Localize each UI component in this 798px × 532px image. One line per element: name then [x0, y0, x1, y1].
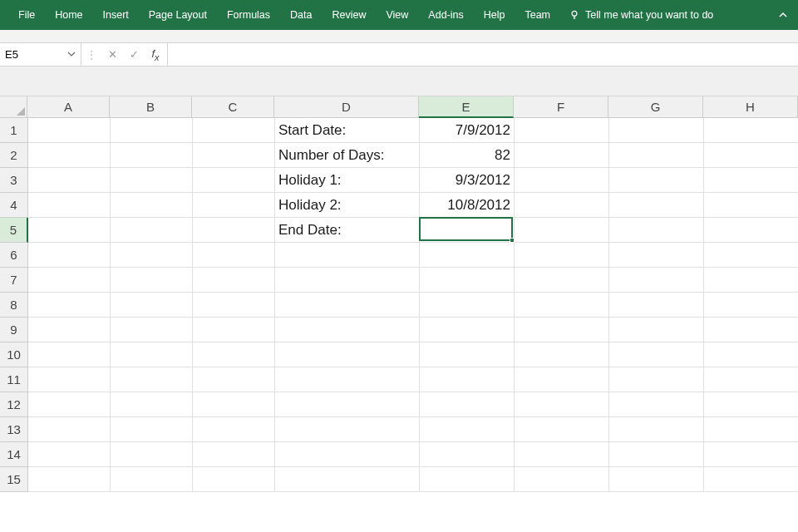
column-header-F[interactable]: F — [514, 96, 608, 118]
cell-F13[interactable] — [515, 417, 609, 442]
name-box[interactable] — [0, 43, 81, 66]
cell-B9[interactable] — [111, 318, 193, 342]
cell-D14[interactable] — [275, 442, 420, 467]
cell-B6[interactable] — [111, 243, 193, 268]
cell-D3[interactable]: Holiday 1: — [275, 168, 420, 193]
cell-A8[interactable] — [28, 293, 111, 318]
cell-C10[interactable] — [193, 342, 275, 367]
cell-D5[interactable]: End Date: — [275, 218, 420, 243]
cell-G3[interactable] — [609, 168, 704, 193]
cell-B15[interactable] — [111, 467, 193, 492]
cell-B13[interactable] — [111, 417, 193, 442]
cell-C2[interactable] — [193, 143, 275, 168]
cell-G8[interactable] — [609, 293, 704, 318]
cell-H1[interactable] — [704, 118, 798, 143]
cell-B12[interactable] — [111, 392, 193, 417]
cell-B10[interactable] — [111, 342, 193, 367]
cell-D12[interactable] — [275, 392, 420, 417]
cell-E7[interactable] — [420, 268, 515, 293]
tab-formulas[interactable]: Formulas — [217, 0, 280, 30]
cell-C11[interactable] — [193, 367, 275, 392]
column-header-H[interactable]: H — [703, 96, 798, 118]
column-header-C[interactable]: C — [192, 96, 274, 118]
cell-H6[interactable] — [704, 243, 798, 268]
cell-A3[interactable] — [28, 168, 111, 193]
cell-D10[interactable] — [275, 342, 420, 367]
cell-E8[interactable] — [420, 293, 515, 318]
cell-A14[interactable] — [28, 442, 111, 467]
cell-D7[interactable] — [275, 268, 420, 293]
cell-G1[interactable] — [609, 118, 704, 143]
row-header-14[interactable]: 14 — [0, 442, 28, 467]
cell-H10[interactable] — [704, 342, 798, 367]
cell-C15[interactable] — [193, 467, 275, 492]
cell-C5[interactable] — [193, 218, 275, 243]
cell-H5[interactable] — [704, 218, 798, 243]
cell-B4[interactable] — [111, 193, 193, 218]
cell-F6[interactable] — [515, 243, 609, 268]
row-header-6[interactable]: 6 — [0, 243, 28, 268]
insert-function-button[interactable]: fx — [149, 47, 162, 62]
cell-A5[interactable] — [28, 218, 111, 243]
cancel-formula-button[interactable]: ✕ — [106, 48, 119, 61]
cell-E5[interactable] — [420, 218, 515, 243]
select-all-corner[interactable] — [0, 96, 27, 118]
cell-E13[interactable] — [420, 417, 515, 442]
cell-F8[interactable] — [515, 293, 609, 318]
cell-F12[interactable] — [515, 392, 609, 417]
cell-H12[interactable] — [704, 392, 798, 417]
tab-review[interactable]: Review — [322, 0, 376, 30]
cell-F1[interactable] — [515, 118, 609, 143]
cell-C7[interactable] — [193, 268, 275, 293]
cell-B11[interactable] — [111, 367, 193, 392]
cell-B3[interactable] — [111, 168, 193, 193]
cell-A15[interactable] — [28, 467, 111, 492]
cell-H4[interactable] — [704, 193, 798, 218]
row-header-1[interactable]: 1 — [0, 118, 28, 143]
tab-addins[interactable]: Add-ins — [418, 0, 473, 30]
row-header-12[interactable]: 12 — [0, 392, 28, 417]
row-header-9[interactable]: 9 — [0, 318, 28, 342]
tab-data[interactable]: Data — [280, 0, 322, 30]
cell-E2[interactable]: 82 — [420, 143, 515, 168]
column-header-G[interactable]: G — [608, 96, 703, 118]
cell-B5[interactable] — [111, 218, 193, 243]
cell-C9[interactable] — [193, 318, 275, 342]
cell-B14[interactable] — [111, 442, 193, 467]
confirm-formula-button[interactable]: ✓ — [127, 48, 140, 61]
cell-C12[interactable] — [193, 392, 275, 417]
row-header-13[interactable]: 13 — [0, 417, 28, 442]
row-header-11[interactable]: 11 — [0, 367, 28, 392]
tab-home[interactable]: Home — [45, 0, 92, 30]
cell-E11[interactable] — [420, 367, 515, 392]
cell-C14[interactable] — [193, 442, 275, 467]
cell-D6[interactable] — [275, 243, 420, 268]
cell-A7[interactable] — [28, 268, 111, 293]
cell-D15[interactable] — [275, 467, 420, 492]
cell-F3[interactable] — [515, 168, 609, 193]
cell-C6[interactable] — [193, 243, 275, 268]
cell-G14[interactable] — [609, 442, 704, 467]
column-header-D[interactable]: D — [274, 96, 419, 118]
cell-F5[interactable] — [515, 218, 609, 243]
cell-E4[interactable]: 10/8/2012 — [420, 193, 515, 218]
cell-E12[interactable] — [420, 392, 515, 417]
cell-G5[interactable] — [609, 218, 704, 243]
cell-E6[interactable] — [420, 243, 515, 268]
cell-D9[interactable] — [275, 318, 420, 342]
cell-E1[interactable]: 7/9/2012 — [420, 118, 515, 143]
cell-F9[interactable] — [515, 318, 609, 342]
cell-B7[interactable] — [111, 268, 193, 293]
cell-G13[interactable] — [609, 417, 704, 442]
cell-A13[interactable] — [28, 417, 111, 442]
cell-H7[interactable] — [704, 268, 798, 293]
cell-G12[interactable] — [609, 392, 704, 417]
cell-F15[interactable] — [515, 467, 609, 492]
cell-D1[interactable]: Start Date: — [275, 118, 420, 143]
cell-D4[interactable]: Holiday 2: — [275, 193, 420, 218]
cell-H9[interactable] — [704, 318, 798, 342]
cell-C1[interactable] — [193, 118, 275, 143]
cell-H15[interactable] — [704, 467, 798, 492]
cell-A6[interactable] — [28, 243, 111, 268]
cell-D11[interactable] — [275, 367, 420, 392]
